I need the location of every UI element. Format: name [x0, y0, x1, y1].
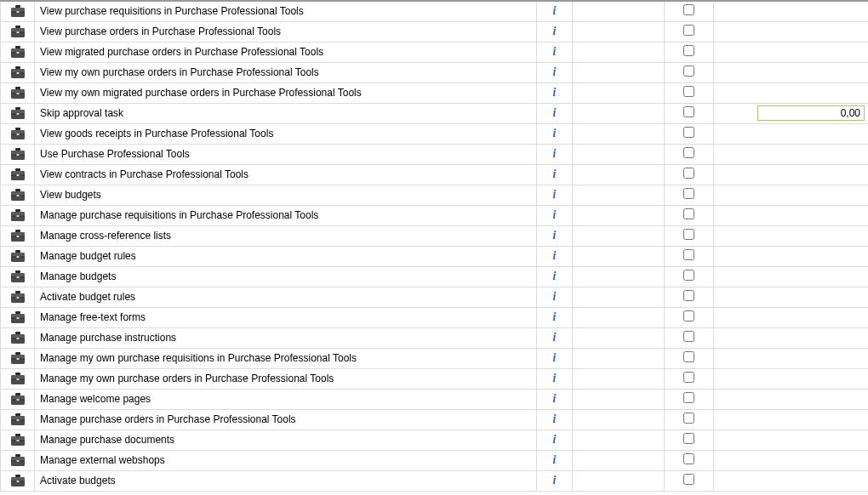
info-icon[interactable]: i	[553, 351, 557, 364]
value-cell	[714, 450, 869, 470]
svg-rect-41	[16, 134, 19, 135]
permission-checkbox[interactable]	[683, 188, 694, 199]
briefcase-icon	[1, 368, 35, 389]
value-cell	[714, 21, 869, 42]
info-icon[interactable]: i	[553, 453, 557, 466]
info-icon[interactable]: i	[553, 147, 557, 160]
permission-name: View budgets	[35, 185, 537, 205]
info-icon[interactable]: i	[553, 45, 557, 58]
blank-cell	[573, 82, 665, 103]
svg-rect-89	[16, 297, 19, 299]
value-cell	[714, 266, 869, 287]
permission-checkbox[interactable]	[683, 106, 694, 117]
blank-cell	[573, 409, 665, 430]
permission-checkbox[interactable]	[683, 86, 694, 97]
permission-checkbox[interactable]	[683, 65, 694, 77]
value-cell	[714, 246, 869, 266]
info-icon[interactable]: i	[553, 86, 557, 99]
info-icon[interactable]: i	[553, 127, 557, 139]
table-row: View migrated purchase orders in Purchas…	[1, 42, 869, 62]
info-icon[interactable]: i	[553, 290, 557, 303]
permission-checkbox[interactable]	[683, 433, 694, 444]
value-cell	[714, 430, 869, 450]
permission-checkbox[interactable]	[683, 208, 694, 219]
briefcase-icon	[1, 450, 35, 470]
permission-name: Manage cross-reference lists	[35, 225, 537, 246]
permission-checkbox[interactable]	[683, 168, 694, 179]
blank-cell	[573, 327, 665, 348]
briefcase-icon	[1, 225, 35, 246]
permission-checkbox[interactable]	[683, 270, 694, 281]
briefcase-icon	[1, 144, 35, 164]
permission-checkbox[interactable]	[683, 45, 694, 56]
info-icon[interactable]: i	[553, 412, 557, 425]
permission-checkbox[interactable]	[683, 392, 694, 403]
info-icon[interactable]: i	[553, 249, 557, 262]
svg-rect-11	[16, 31, 19, 33]
info-icon[interactable]: i	[553, 392, 557, 405]
briefcase-icon	[1, 82, 35, 103]
table-row: Manage my own purchase requisitions in P…	[1, 348, 869, 368]
permission-checkbox[interactable]	[683, 249, 694, 260]
info-icon[interactable]: i	[553, 188, 557, 201]
permission-checkbox[interactable]	[683, 4, 694, 15]
permission-checkbox[interactable]	[683, 310, 694, 321]
permission-checkbox[interactable]	[683, 127, 694, 138]
table-row: View purchase requisitions in Purchase P…	[1, 1, 869, 21]
table-row: View my own purchase orders in Purchase …	[1, 62, 869, 82]
info-icon[interactable]: i	[553, 4, 557, 17]
table-row: View contracts in Purchase Professional …	[1, 164, 869, 185]
permission-name: View goods receipts in Purchase Professi…	[35, 123, 537, 144]
value-cell	[714, 42, 869, 62]
info-icon[interactable]: i	[553, 25, 557, 37]
blank-cell	[573, 389, 665, 409]
value-cell	[714, 368, 869, 389]
permissions-table: View purchase requisitions in Purchase P…	[0, 0, 868, 492]
permission-name: Manage welcome pages	[35, 389, 537, 409]
info-icon[interactable]: i	[553, 331, 557, 344]
permission-checkbox[interactable]	[683, 331, 694, 342]
briefcase-icon	[1, 266, 35, 287]
table-row: Skip approval taski	[1, 103, 869, 123]
info-icon[interactable]: i	[553, 433, 557, 446]
briefcase-icon	[1, 348, 35, 368]
info-icon[interactable]: i	[553, 310, 557, 323]
info-icon[interactable]: i	[553, 208, 557, 221]
permission-checkbox[interactable]	[683, 412, 694, 424]
table-row: Manage external webshopsi	[1, 450, 869, 470]
permission-name: Activate budget rules	[35, 287, 537, 307]
permission-checkbox[interactable]	[683, 351, 694, 362]
permission-checkbox[interactable]	[683, 25, 694, 36]
value-cell	[714, 123, 869, 144]
blank-cell	[573, 144, 665, 164]
svg-rect-95	[16, 317, 19, 319]
info-icon[interactable]: i	[553, 372, 557, 384]
blank-cell	[573, 185, 665, 205]
blank-cell	[573, 450, 665, 470]
briefcase-icon	[1, 409, 35, 430]
info-icon[interactable]: i	[553, 474, 557, 486]
info-icon[interactable]: i	[553, 65, 557, 78]
info-icon[interactable]: i	[553, 106, 557, 119]
permission-name: Manage purchase requisitions in Purchase…	[35, 205, 537, 225]
info-icon[interactable]: i	[553, 270, 557, 282]
info-icon[interactable]: i	[553, 168, 557, 180]
value-cell	[714, 164, 869, 185]
svg-rect-29	[16, 93, 19, 94]
briefcase-icon	[1, 21, 35, 42]
svg-rect-53	[16, 174, 19, 176]
permission-name: Manage budgets	[35, 266, 537, 287]
permission-checkbox[interactable]	[683, 229, 694, 240]
briefcase-icon	[1, 287, 35, 307]
permission-checkbox[interactable]	[683, 147, 694, 158]
permission-checkbox[interactable]	[683, 290, 694, 301]
value-input[interactable]	[757, 105, 865, 121]
table-row: View budgetsi	[1, 185, 869, 205]
permission-checkbox[interactable]	[683, 453, 694, 464]
table-row: Activate budget rulesi	[1, 287, 869, 307]
permission-checkbox[interactable]	[683, 372, 694, 383]
blank-cell	[573, 348, 665, 368]
info-icon[interactable]: i	[553, 229, 557, 242]
table-row: Manage cross-reference listsi	[1, 225, 869, 246]
permission-checkbox[interactable]	[683, 474, 694, 485]
